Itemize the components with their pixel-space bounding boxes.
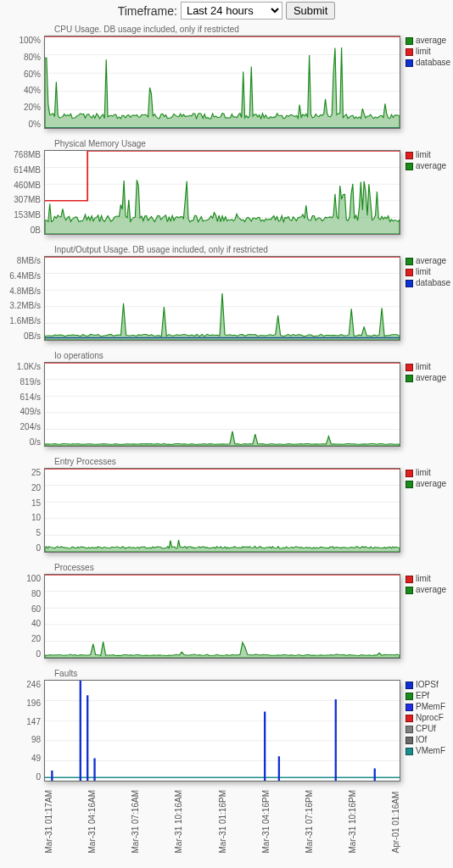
y-tick: 409/s	[20, 407, 41, 416]
legend-item: EPf	[405, 691, 450, 701]
x-tick: Mar-31 01:16PM	[218, 790, 227, 853]
y-tick: 0	[36, 649, 41, 659]
plot-area	[44, 36, 400, 129]
chart-title: Entry Processes	[3, 455, 450, 468]
y-tick: 1.0K/s	[17, 362, 41, 371]
y-tick: 20%	[24, 103, 41, 112]
legend: limitaverage	[400, 468, 450, 553]
y-tick: 8MB/s	[17, 256, 41, 265]
chart-io: Input/Output Usage. DB usage included, o…	[3, 243, 450, 341]
y-tick: 5	[36, 528, 41, 537]
y-tick: 147	[26, 717, 41, 726]
plot-area	[44, 574, 400, 659]
y-axis: 8MB/s6.4MB/s4.8MB/s3.2MB/s1.6MB/s0B/s	[3, 256, 44, 341]
y-tick: 80	[31, 589, 41, 598]
legend-swatch	[405, 470, 413, 477]
y-tick: 60%	[24, 70, 41, 79]
y-tick: 614/s	[20, 392, 41, 402]
legend-item: average	[405, 479, 450, 489]
timeframe-select[interactable]: Last 24 hours	[181, 2, 282, 19]
legend-swatch	[405, 59, 413, 67]
legend-swatch	[405, 748, 413, 755]
legend-item: IOf	[405, 735, 450, 745]
y-tick: 614MB	[14, 165, 41, 175]
x-tick: Mar-31 01:17AM	[44, 790, 53, 853]
y-axis: 24619614798490	[3, 680, 44, 782]
y-tick: 25	[31, 468, 41, 477]
legend-swatch	[405, 258, 413, 265]
legend-label: average	[416, 36, 446, 46]
y-tick: 307MB	[14, 195, 41, 204]
y-tick: 20	[31, 634, 41, 643]
y-tick: 40	[31, 619, 41, 628]
y-tick: 1.6MB/s	[9, 316, 41, 326]
y-tick: 15	[31, 498, 41, 508]
y-tick: 0%	[29, 120, 41, 129]
submit-button[interactable]: Submit	[286, 2, 335, 19]
legend-swatch	[405, 693, 413, 700]
timeframe-label: Timeframe:	[118, 4, 177, 18]
y-tick: 153MB	[14, 210, 41, 220]
y-tick: 6.4MB/s	[9, 271, 41, 281]
legend-label: database	[416, 58, 450, 68]
legend-item: average	[405, 373, 450, 383]
plot-area	[44, 150, 400, 235]
legend-swatch	[405, 280, 413, 287]
y-tick: 20	[31, 483, 41, 492]
legend-label: NprocF	[416, 713, 444, 723]
legend-label: CPUf	[416, 724, 436, 734]
legend-swatch	[405, 737, 413, 744]
plot-area	[44, 468, 400, 553]
legend-item: limit	[405, 468, 450, 478]
x-axis: Mar-31 01:17AMMar-31 04:16AMMar-31 07:16…	[44, 790, 450, 853]
y-tick: 0B	[31, 225, 41, 235]
y-axis: 768MB614MB460MB307MB153MB0B	[3, 150, 44, 235]
legend-swatch	[405, 587, 413, 594]
y-tick: 0/s	[30, 437, 41, 447]
legend-swatch	[405, 726, 413, 733]
legend-swatch	[405, 364, 413, 371]
legend-item: limit	[405, 47, 450, 57]
x-tick: Mar-31 04:16PM	[261, 790, 271, 853]
y-tick: 768MB	[14, 150, 41, 159]
chart-iops: Io operations1.0K/s819/s614/s409/s204/s0…	[3, 349, 450, 447]
y-axis: 100806040200	[3, 574, 44, 659]
y-axis: 2520151050	[3, 468, 44, 553]
legend-item: average	[405, 161, 450, 171]
y-tick: 0B/s	[24, 331, 41, 341]
y-tick: 49	[31, 754, 41, 763]
legend-label: IOf	[416, 735, 427, 745]
chart-title: Processes	[3, 561, 450, 574]
legend-swatch	[405, 152, 413, 159]
legend-swatch	[405, 48, 413, 56]
chart-title: CPU Usage. DB usage included, only if re…	[3, 23, 450, 36]
charts-container: CPU Usage. DB usage included, only if re…	[0, 23, 453, 856]
y-tick: 0	[36, 772, 41, 782]
legend: limitaverage	[400, 362, 450, 447]
legend-label: VMemF	[416, 746, 445, 756]
timeframe-toolbar: Timeframe: Last 24 hours Submit	[0, 0, 453, 23]
legend-label: limit	[416, 574, 431, 584]
y-tick: 60	[31, 604, 41, 614]
y-tick: 98	[31, 735, 41, 744]
x-tick: Mar-31 07:16AM	[131, 790, 140, 853]
chart-pmem: Physical Memory Usage768MB614MB460MB307M…	[3, 137, 450, 235]
y-axis: 1.0K/s819/s614/s409/s204/s0/s	[3, 362, 44, 447]
legend-swatch	[405, 576, 413, 583]
legend-label: average	[416, 161, 446, 171]
legend-item: limit	[405, 362, 450, 372]
legend-swatch	[405, 682, 413, 689]
plot-area	[44, 362, 400, 447]
chart-faults: Faults24619614798490IOPSfEPfPMemFNprocFC…	[3, 667, 450, 782]
legend-label: database	[416, 278, 450, 288]
legend: averagelimitdatabase	[400, 256, 450, 341]
plot-area	[44, 680, 400, 782]
legend-item: average	[405, 585, 450, 595]
y-tick: 40%	[24, 86, 41, 95]
legend-swatch	[405, 37, 413, 45]
y-tick: 80%	[24, 53, 41, 62]
legend-item: average	[405, 36, 450, 46]
legend-item: database	[405, 278, 450, 288]
legend-label: average	[416, 585, 446, 595]
plot-area	[44, 256, 400, 341]
